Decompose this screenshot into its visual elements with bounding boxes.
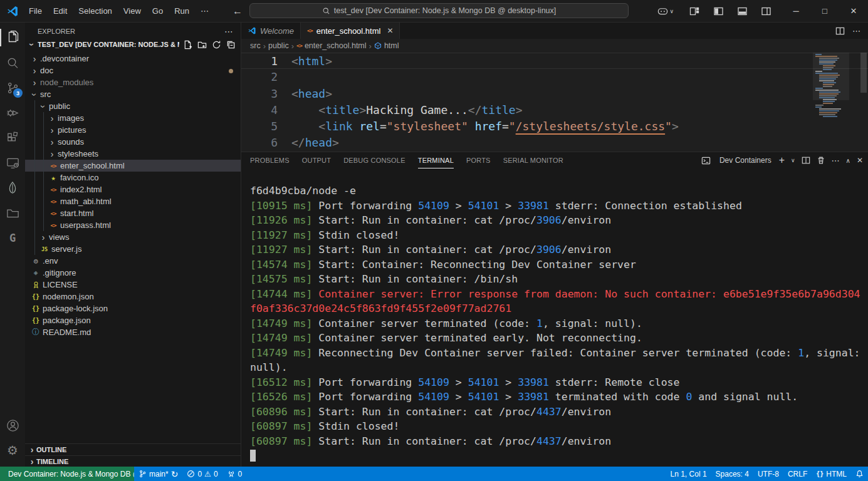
tree-item-stylesheets[interactable]: ›stylesheets [25, 148, 241, 160]
minimize-button[interactable]: ─ [782, 0, 810, 22]
settings-button[interactable]: ⚙ [0, 438, 25, 463]
panel-more-actions[interactable]: ⋯ [832, 156, 840, 165]
kill-terminal-icon[interactable] [817, 156, 825, 165]
account-button[interactable] [0, 413, 25, 438]
split-editor-icon[interactable] [835, 26, 845, 36]
activity-extensions[interactable] [0, 125, 25, 150]
close-window-button[interactable]: ✕ [839, 0, 868, 22]
code-editor[interactable]: 1<html>23<head>4 <title>Hacking Game...<… [241, 53, 868, 152]
activity-explorer[interactable] [0, 25, 25, 50]
panel-tab-debug-console[interactable]: DEBUG CONSOLE [343, 152, 405, 168]
close-tab-icon[interactable]: ✕ [387, 26, 393, 35]
copilot-button[interactable]: ∨ [652, 7, 679, 16]
breadcrumb-src[interactable]: src [250, 41, 261, 50]
customize-layout-icon[interactable] [685, 3, 704, 19]
menu-view[interactable]: View [118, 4, 146, 18]
editor-more-actions[interactable]: ⋯ [852, 26, 860, 36]
menu-edit[interactable]: Edit [48, 4, 72, 18]
tree-item-readme-md[interactable]: ⓘREADME.md [25, 326, 241, 338]
branch-status[interactable]: main* ↻ [134, 467, 182, 481]
section-outline[interactable]: ›OUTLINE [25, 444, 241, 455]
panel-tab-serial-monitor[interactable]: SERIAL MONITOR [503, 152, 563, 168]
editor-scrollbar[interactable] [860, 53, 867, 93]
collapse-all-icon[interactable] [226, 40, 236, 49]
tree-item-node-modules[interactable]: ›node_modules [25, 76, 241, 88]
explorer-more-actions[interactable]: ⋯ [224, 26, 233, 36]
maximize-button[interactable]: □ [810, 0, 839, 22]
tree-item-package-json[interactable]: {}package.json [25, 314, 241, 326]
activity-gitlens[interactable]: G [0, 225, 25, 251]
tree-item-package-lock-json[interactable]: {}package-lock.json [25, 303, 241, 314]
close-panel-icon[interactable]: ✕ [857, 156, 863, 165]
eol-status[interactable]: CRLF [783, 467, 812, 481]
tree-item-license[interactable]: LICENSE [25, 279, 241, 291]
split-terminal-icon[interactable] [802, 156, 810, 165]
new-folder-icon[interactable] [197, 40, 207, 49]
new-file-icon[interactable] [183, 40, 192, 49]
tree-item-env[interactable]: ⚙.env [25, 255, 241, 267]
workspace-section-header[interactable]: › TEST_DEV [DEV CONTAINER: NODE.JS & MON… [25, 38, 241, 51]
account-icon [6, 418, 20, 433]
tree-item-userpass-html[interactable]: <>userpass.html [25, 219, 241, 231]
menu-go[interactable]: Go [147, 4, 168, 18]
encoding-status[interactable]: UTF-8 [753, 467, 783, 481]
ports-status[interactable]: 0 [222, 467, 247, 481]
toggle-primary-sidebar-icon[interactable] [709, 3, 728, 19]
activity-mongodb[interactable] [0, 175, 25, 200]
tree-item-gitignore[interactable]: ◈.gitignore [25, 267, 241, 279]
activity-search[interactable] [0, 50, 25, 75]
menu-run[interactable]: Run [169, 4, 194, 18]
tree-item-src[interactable]: ›src [25, 88, 241, 100]
tree-item-start-html[interactable]: <>start.html [25, 207, 241, 219]
breadcrumb-public[interactable]: public [268, 41, 289, 50]
refresh-icon[interactable] [212, 40, 221, 49]
menu-file[interactable]: File [24, 4, 47, 18]
activity-remote-explorer[interactable] [0, 150, 25, 175]
activity-run-debug[interactable] [0, 100, 25, 125]
maximize-panel-icon[interactable]: ∧ [846, 157, 850, 164]
tree-item-favicon-ico[interactable]: ★favicon.ico [25, 172, 241, 184]
toggle-panel-icon[interactable] [733, 3, 751, 19]
tree-item-images[interactable]: ›images [25, 112, 241, 124]
tree-item-label: favicon.ico [59, 173, 98, 182]
panel-tab-ports[interactable]: PORTS [466, 152, 491, 168]
tree-item-public[interactable]: ›public [25, 100, 241, 112]
back-arrow-icon[interactable]: ← [229, 6, 246, 17]
activity-source-control[interactable]: 3 [0, 75, 25, 100]
terminal-output[interactable]: f6d4b9cba/node -e[10915 ms] Port forward… [241, 168, 868, 467]
breadcrumb-file[interactable]: <>enter_school.html [296, 41, 367, 50]
menu-selection[interactable]: Selection [73, 4, 117, 18]
tree-item-views[interactable]: ›views [25, 231, 241, 243]
new-terminal-button[interactable]: + [779, 155, 785, 166]
tree-item-nodemon-json[interactable]: {}nodemon.json [25, 291, 241, 303]
terminal-dropdown-chevron[interactable]: ∨ [791, 157, 795, 163]
remote-indicator[interactable]: Dev Container: Node.js & Mongo DB @ desk… [0, 467, 134, 481]
tree-item-pictures[interactable]: ›pictures [25, 124, 241, 136]
cursor-position[interactable]: Ln 1, Col 1 [666, 467, 711, 481]
tree-item-devcontainer[interactable]: ›.devcontainer [25, 53, 241, 65]
minimap[interactable] [814, 54, 844, 118]
language-mode[interactable]: {} HTML [812, 467, 851, 481]
command-center-search[interactable]: test_dev [Dev Container: Node.js & Mongo… [249, 3, 629, 18]
tree-item-index2-html[interactable]: <>index2.html [25, 184, 241, 195]
tab-welcome[interactable]: Welcome [241, 23, 301, 39]
problems-status[interactable]: 0 ⚠ 0 [182, 467, 222, 481]
tree-item-sounds[interactable]: ›sounds [25, 136, 241, 148]
license-file-icon [30, 281, 41, 289]
tree-item-doc[interactable]: ›doc [25, 65, 241, 76]
panel-tab-output[interactable]: OUTPUT [302, 152, 331, 168]
panel-tab-terminal[interactable]: TERMINAL [418, 152, 454, 168]
notifications-bell[interactable] [851, 467, 868, 481]
tab-enter-school[interactable]: <> enter_school.html ✕ [301, 23, 400, 39]
breadcrumb-symbol[interactable]: html [374, 41, 399, 50]
activity-project-folder[interactable] [0, 200, 25, 225]
menu-more[interactable]: ⋯ [196, 4, 214, 18]
tree-item-math-abi-html[interactable]: <>math_abi.html [25, 195, 241, 207]
tree-item-enter-school-html[interactable]: <>enter_school.html [25, 160, 241, 172]
section-timeline[interactable]: ›TIMELINE [25, 455, 241, 467]
toggle-secondary-sidebar-icon[interactable] [756, 3, 775, 19]
indentation-status[interactable]: Spaces: 4 [711, 467, 753, 481]
line-number: 4 [241, 102, 278, 118]
tree-item-server-js[interactable]: JSserver.js [25, 243, 241, 255]
panel-tab-problems[interactable]: PROBLEMS [250, 152, 290, 168]
